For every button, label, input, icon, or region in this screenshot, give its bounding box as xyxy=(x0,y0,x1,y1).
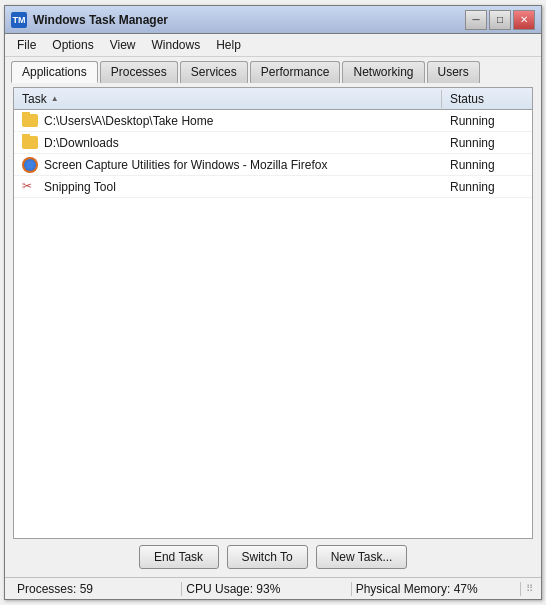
menu-windows[interactable]: Windows xyxy=(144,36,209,54)
menu-help[interactable]: Help xyxy=(208,36,249,54)
table-header: Task ▲ Status xyxy=(14,88,532,110)
task-status: Running xyxy=(442,178,532,196)
folder-icon xyxy=(22,136,38,149)
resize-grip-icon: ⠿ xyxy=(521,583,533,594)
task-name: Snipping Tool xyxy=(14,177,442,197)
tab-users[interactable]: Users xyxy=(427,61,480,83)
firefox-icon xyxy=(22,157,38,173)
menu-options[interactable]: Options xyxy=(44,36,101,54)
minimize-button[interactable]: ─ xyxy=(465,10,487,30)
task-status: Running xyxy=(442,156,532,174)
status-memory: Physical Memory: 47% xyxy=(352,582,521,596)
maximize-button[interactable]: □ xyxy=(489,10,511,30)
app-icon: TM xyxy=(11,12,27,28)
new-task-button[interactable]: New Task... xyxy=(316,545,408,569)
snipping-icon xyxy=(22,179,38,195)
tabs-bar: Applications Processes Services Performa… xyxy=(5,57,541,83)
window-title: Windows Task Manager xyxy=(33,13,465,27)
status-cpu: CPU Usage: 93% xyxy=(182,582,351,596)
column-task[interactable]: Task ▲ xyxy=(14,90,442,108)
table-row[interactable]: Snipping Tool Running xyxy=(14,176,532,198)
end-task-button[interactable]: End Task xyxy=(139,545,219,569)
status-processes: Processes: 59 xyxy=(13,582,182,596)
action-buttons: End Task Switch To New Task... xyxy=(13,539,533,573)
tab-services[interactable]: Services xyxy=(180,61,248,83)
task-list: Task ▲ Status C:\Users\A\Desktop\Take Ho… xyxy=(13,87,533,539)
switch-to-button[interactable]: Switch To xyxy=(227,545,308,569)
status-bar: Processes: 59 CPU Usage: 93% Physical Me… xyxy=(5,577,541,599)
sort-arrow-icon: ▲ xyxy=(51,94,59,103)
menu-view[interactable]: View xyxy=(102,36,144,54)
menu-file[interactable]: File xyxy=(9,36,44,54)
task-status: Running xyxy=(442,112,532,130)
task-name: C:\Users\A\Desktop\Take Home xyxy=(14,112,442,130)
table-row[interactable]: Screen Capture Utilities for Windows - M… xyxy=(14,154,532,176)
task-manager-window: TM Windows Task Manager ─ □ ✕ File Optio… xyxy=(4,5,542,600)
menu-bar: File Options View Windows Help xyxy=(5,34,541,57)
title-bar: TM Windows Task Manager ─ □ ✕ xyxy=(5,6,541,34)
main-content: Task ▲ Status C:\Users\A\Desktop\Take Ho… xyxy=(5,83,541,577)
task-status: Running xyxy=(442,134,532,152)
task-list-body[interactable]: C:\Users\A\Desktop\Take Home Running D:\… xyxy=(14,110,532,538)
task-name: D:\Downloads xyxy=(14,134,442,152)
tab-processes[interactable]: Processes xyxy=(100,61,178,83)
folder-icon xyxy=(22,114,38,127)
column-status: Status xyxy=(442,90,532,108)
tab-performance[interactable]: Performance xyxy=(250,61,341,83)
table-row[interactable]: C:\Users\A\Desktop\Take Home Running xyxy=(14,110,532,132)
tab-networking[interactable]: Networking xyxy=(342,61,424,83)
task-name: Screen Capture Utilities for Windows - M… xyxy=(14,155,442,175)
close-button[interactable]: ✕ xyxy=(513,10,535,30)
title-controls: ─ □ ✕ xyxy=(465,10,535,30)
tab-applications[interactable]: Applications xyxy=(11,61,98,83)
table-row[interactable]: D:\Downloads Running xyxy=(14,132,532,154)
